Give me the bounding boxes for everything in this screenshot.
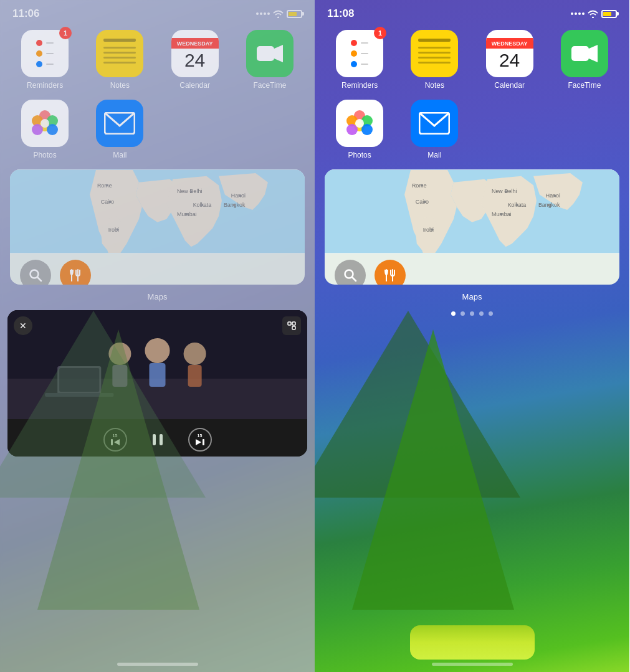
svg-point-57 <box>355 119 364 128</box>
notes-icon-right[interactable] <box>411 30 458 77</box>
svg-point-24 <box>233 204 236 206</box>
facetime-icon-left[interactable] <box>246 30 294 77</box>
facetime-icon-right[interactable] <box>561 30 608 77</box>
app-grid-row2-left: Photos Mail <box>0 100 315 167</box>
notes-icon-left[interactable] <box>96 30 143 77</box>
home-indicator-right <box>432 663 513 666</box>
notes-line <box>418 39 451 42</box>
facetime-label-left: FaceTime <box>253 81 286 90</box>
svg-point-73 <box>548 204 550 206</box>
page-dot-3[interactable] <box>470 311 474 316</box>
cal-date-right: 24 <box>499 49 520 70</box>
video-close-btn-left[interactable]: ✕ <box>14 316 32 335</box>
status-bar-left: 11:06 <box>0 0 315 25</box>
svg-line-28 <box>37 277 41 281</box>
photos-icon-right[interactable] <box>336 100 383 147</box>
battery-right <box>601 10 617 18</box>
battery-left <box>287 10 302 18</box>
cal-header-left: Wednesday <box>171 38 219 49</box>
signal-left <box>256 12 270 15</box>
maps-food-btn-left[interactable] <box>60 260 91 285</box>
app-item-reminders-left[interactable]: 1 Reminders <box>12 30 77 90</box>
photos-svg <box>29 107 61 140</box>
calendar-label-left: Calendar <box>179 81 210 90</box>
time-right: 11:08 <box>327 7 354 20</box>
home-indicator-left <box>117 663 198 666</box>
app-item-notes-right[interactable]: Notes <box>402 30 467 90</box>
battery-fill-left <box>289 12 297 16</box>
maps-label-right: Maps <box>315 291 629 304</box>
svg-point-18 <box>201 204 203 206</box>
page-dot-1[interactable] <box>451 311 456 316</box>
app-item-mail-left[interactable]: Mail <box>87 100 152 159</box>
svg-point-26 <box>116 229 118 231</box>
maps-food-btn-right[interactable] <box>375 260 406 285</box>
mail-icon-left[interactable] <box>96 100 143 147</box>
signal-dot <box>264 12 266 15</box>
svg-rect-43 <box>292 322 295 325</box>
app-item-facetime-right[interactable]: FaceTime <box>552 30 617 90</box>
app-grid-row2-right: Photos Mail <box>315 100 629 167</box>
calendar-icon-right[interactable]: Wednesday 24 <box>486 30 533 77</box>
reminders-badge-right: 1 <box>374 27 386 39</box>
page-dots-right <box>315 304 629 321</box>
notes-label-right: Notes <box>425 81 444 90</box>
svg-point-63 <box>424 201 426 203</box>
reminders-label-left: Reminders <box>27 81 63 90</box>
svg-marker-50 <box>589 45 598 62</box>
maps-label-left: Maps <box>0 291 315 304</box>
notes-line <box>418 52 451 54</box>
maps-widget-left[interactable]: Rome Cairo New Delhi Kolkata Mumbai Hano… <box>10 169 305 285</box>
status-icons-right <box>571 10 617 18</box>
app-item-notes-left[interactable]: Notes <box>87 30 152 90</box>
calendar-icon-left[interactable]: Wednesday 24 <box>171 30 219 77</box>
map-svg-right: Rome Cairo New Delhi Kolkata Mumbai Hano… <box>325 169 619 253</box>
signal-dot <box>267 12 270 15</box>
signal-dot <box>578 12 581 15</box>
video-expand-btn-left[interactable] <box>282 316 301 335</box>
reminders-icon-right[interactable]: 1 <box>336 30 383 77</box>
svg-rect-44 <box>292 326 295 329</box>
maps-widget-right[interactable]: Rome Cairo New Delhi Kolkata Mumbai Hano… <box>325 169 619 285</box>
photos-icon-left[interactable] <box>21 100 69 147</box>
notes-line <box>103 39 136 42</box>
app-grid-row1-right: 1 Reminders Notes <box>315 25 629 100</box>
facetime-camera-svg <box>256 44 284 64</box>
app-item-facetime-left[interactable]: FaceTime <box>237 30 302 90</box>
food-icon-right <box>383 268 397 282</box>
signal-dot <box>571 12 573 15</box>
maps-search-btn-right[interactable] <box>335 260 366 285</box>
page-dot-5[interactable] <box>489 311 493 316</box>
app-item-calendar-right[interactable]: Wednesday 24 Calendar <box>477 30 542 90</box>
notes-line <box>103 57 136 59</box>
map-background-right: Rome Cairo New Delhi Kolkata Mumbai Hano… <box>325 169 619 253</box>
bg-triangle-right <box>37 329 199 610</box>
reminders-badge-left: 1 <box>59 27 72 39</box>
time-left: 11:06 <box>12 7 39 20</box>
notes-line <box>103 62 136 64</box>
app-item-reminders-right[interactable]: 1 Reminders <box>327 30 392 90</box>
svg-line-77 <box>352 277 356 281</box>
mail-svg <box>104 112 135 135</box>
page-dot-2[interactable] <box>461 311 465 316</box>
notes-line <box>418 62 451 64</box>
page-dot-4[interactable] <box>479 311 484 316</box>
search-icon-left <box>29 268 42 282</box>
status-icons-left <box>256 10 302 18</box>
signal-dot <box>575 12 577 15</box>
signal-dot <box>260 12 262 15</box>
reminders-icon-left[interactable]: 1 <box>21 30 69 77</box>
svg-point-20 <box>186 213 188 215</box>
svg-point-65 <box>505 191 507 193</box>
mail-icon-right[interactable] <box>411 100 458 147</box>
maps-search-btn-left[interactable] <box>20 260 51 285</box>
wifi-icon-right <box>588 10 598 18</box>
battery-fill-right <box>603 12 611 16</box>
app-item-photos-left[interactable]: Photos <box>12 100 77 159</box>
svg-point-67 <box>515 204 518 206</box>
app-item-calendar-left[interactable]: Wednesday 24 Calendar <box>163 30 227 90</box>
facetime-label-right: FaceTime <box>568 81 601 90</box>
app-item-mail-right[interactable]: Mail <box>402 100 467 159</box>
notes-line <box>103 47 136 49</box>
app-item-photos-right[interactable]: Photos <box>327 100 392 159</box>
